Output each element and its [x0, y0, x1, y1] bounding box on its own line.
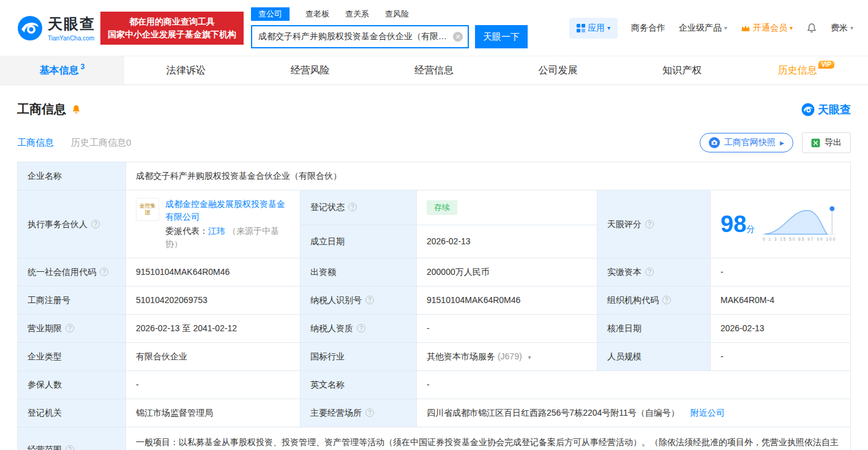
tab-operation-risk[interactable]: 经营风险 — [248, 56, 372, 84]
help-icon[interactable] — [662, 296, 671, 304]
tab-history-info[interactable]: 历史信息 VIP — [744, 56, 868, 84]
label-taxpayer-id: 纳税人识别号 — [301, 287, 417, 315]
help-icon[interactable] — [65, 445, 74, 450]
tab-legal[interactable]: 法律诉讼 — [124, 56, 249, 84]
label-company-type: 企业类型 — [18, 343, 126, 371]
industry-code: (J679) — [498, 351, 522, 361]
tab-company-development[interactable]: 公司发展 — [496, 56, 620, 84]
label-business-place: 主要经营场所 — [301, 399, 417, 427]
label-tianyan-score: 天眼评分 — [597, 190, 711, 258]
tianyancha-logo[interactable]: 天眼查 TianYanCha.com — [17, 14, 95, 42]
enterprise-products-menu[interactable]: 企业级产品 ▾ — [679, 23, 727, 34]
label-taxpayer-quality: 纳税人资质 — [301, 315, 417, 343]
label-capital: 出资额 — [301, 258, 417, 287]
table-row: 营业期限 2026-02-13 至 2041-02-12 纳税人资质 - 核准日… — [18, 315, 851, 343]
value-establish-date: 2026-02-13 — [417, 225, 597, 258]
cooperation-link[interactable]: 商务合作 — [631, 23, 665, 34]
search-tab-boss[interactable]: 查老板 — [305, 9, 329, 20]
tab-operation-info[interactable]: 经营信息 — [372, 56, 496, 84]
value-reg-authority: 锦江市场监督管理局 — [126, 399, 301, 427]
export-label: 导出 — [825, 137, 842, 148]
user-menu[interactable]: 费米 ▾ — [831, 23, 853, 34]
rep-label: 委派代表： — [165, 226, 208, 236]
top-bar: 天眼查 TianYanCha.com 都在用的商业查询工具 国家中小企业发展子基… — [0, 0, 868, 56]
brand-watermark: 天眼查 — [801, 102, 851, 117]
subtab-business-info[interactable]: 工商信息 — [17, 137, 54, 149]
label-credit-code: 统一社会信用代码 — [18, 258, 126, 287]
rep-name-link[interactable]: 江玮 — [208, 226, 225, 236]
value-company-type: 有限合伙企业 — [126, 343, 301, 371]
tab-history-info-label: 历史信息 — [778, 64, 817, 77]
help-icon[interactable] — [65, 324, 74, 332]
label-business-scope: 经营范围 — [18, 427, 126, 450]
label-paid-capital: 实缴资本 — [597, 258, 711, 287]
chevron-down-icon: ▾ — [850, 24, 853, 31]
apps-menu[interactable]: 应用 ▾ — [569, 18, 618, 39]
value-approval-date: 2026-02-13 — [711, 315, 851, 343]
label-reg-number: 工商注册号 — [18, 287, 126, 315]
label-staff-size: 人员规模 — [597, 343, 711, 371]
label-business-term: 营业期限 — [18, 315, 126, 343]
chevron-down-icon: ▾ — [790, 24, 793, 31]
chevron-down-icon[interactable]: ▾ — [528, 354, 531, 361]
export-button[interactable]: 导出 — [802, 132, 851, 153]
search-input[interactable] — [252, 26, 468, 47]
help-icon[interactable] — [365, 296, 374, 304]
help-icon[interactable] — [365, 408, 374, 417]
score-unit: 分 — [746, 224, 755, 234]
open-vip-menu[interactable]: 开通会员 ▾ — [741, 23, 793, 34]
label-executive-partner: 执行事务合伙人 — [18, 190, 126, 258]
partner-company-link[interactable]: 成都金控金融发展股权投资基金有限公司 — [165, 199, 285, 222]
help-icon[interactable] — [645, 268, 654, 276]
tianyancha-eye-icon — [801, 103, 815, 116]
tab-intellectual-property[interactable]: 知识产权 — [620, 56, 744, 84]
search-tab-relation[interactable]: 查关系 — [345, 9, 369, 20]
crown-icon — [741, 24, 750, 32]
help-icon[interactable] — [100, 268, 108, 276]
value-credit-code: 91510104MAK64R0M46 — [126, 258, 301, 287]
table-row: 登记机关 锦江市场监督管理局 主要经营场所 四川省成都市锦江区百日红西路256号… — [18, 399, 851, 427]
vip-badge: VIP — [818, 61, 834, 69]
value-staff-size: - — [711, 343, 851, 371]
official-snapshot-button[interactable]: 工商官网快照 ▸ — [700, 133, 793, 152]
logo-title: 天眼查 — [48, 14, 95, 34]
cooperation-label: 商务合作 — [631, 23, 665, 34]
label-org-code: 组织机构代码 — [597, 287, 711, 315]
tab-operation-risk-label: 经营风险 — [290, 64, 329, 77]
value-capital: 200000万人民币 — [417, 258, 597, 287]
score-number: 98 — [720, 211, 746, 237]
table-row: 执行事务合伙人 金控集团 成都金控金融发展股权投资基金有限公司 委派代表：江玮 … — [18, 190, 851, 225]
grid-icon — [577, 24, 585, 32]
main-nav-tabs: 基本信息 3 法律诉讼 经营风险 经营信息 公司发展 知识产权 历史信息 VIP — [0, 56, 868, 85]
value-org-code: MAK64R0M-4 — [711, 287, 851, 315]
search-button[interactable]: 天眼一下 — [475, 25, 528, 48]
subtab-history-business-info[interactable]: 历史工商信息0 — [71, 137, 131, 149]
label-reg-authority: 登记机关 — [18, 399, 126, 427]
label-reg-status: 登记状态 — [301, 190, 417, 225]
business-info-section: 工商信息 天眼查 工商信息 历史工商信息0 — [0, 101, 868, 450]
table-row: 参保人数 - 英文名称 - — [18, 371, 851, 399]
help-icon[interactable] — [357, 324, 365, 332]
clear-icon[interactable]: ✕ — [453, 32, 463, 42]
value-insured-count: - — [126, 371, 301, 399]
status-badge: 存续 — [427, 200, 457, 215]
bell-icon — [806, 23, 817, 34]
label-company-name: 企业名称 — [18, 162, 126, 190]
nearby-companies-link[interactable]: 附近公司 — [690, 408, 725, 418]
help-icon[interactable] — [348, 203, 357, 211]
search-tab-company[interactable]: 查公司 — [251, 7, 290, 21]
alert-bell-icon[interactable] — [71, 104, 81, 114]
notification-bell[interactable] — [806, 23, 817, 34]
promo-line-2: 国家中小企业发展子基金旗下机构 — [108, 28, 236, 41]
tab-basic-info[interactable]: 基本信息 3 — [0, 56, 124, 84]
value-taxpayer-quality: - — [417, 315, 597, 343]
value-company-name: 成都交子科产并购股权投资基金合伙企业（有限合伙） — [126, 162, 851, 190]
search-tab-risk[interactable]: 查风险 — [385, 9, 409, 20]
search-area: 查公司 查老板 查关系 查风险 ✕ 天眼一下 — [251, 7, 528, 48]
user-name: 费米 — [831, 23, 848, 34]
help-icon[interactable] — [91, 220, 100, 228]
label-establish-date: 成立日期 — [301, 225, 417, 258]
value-business-scope: 一般项目：以私募基金从事股权投资、投资管理、资产管理等活动（须在中国证券投资基金… — [126, 427, 851, 450]
tab-legal-label: 法律诉讼 — [166, 64, 206, 77]
help-icon[interactable] — [645, 220, 654, 228]
